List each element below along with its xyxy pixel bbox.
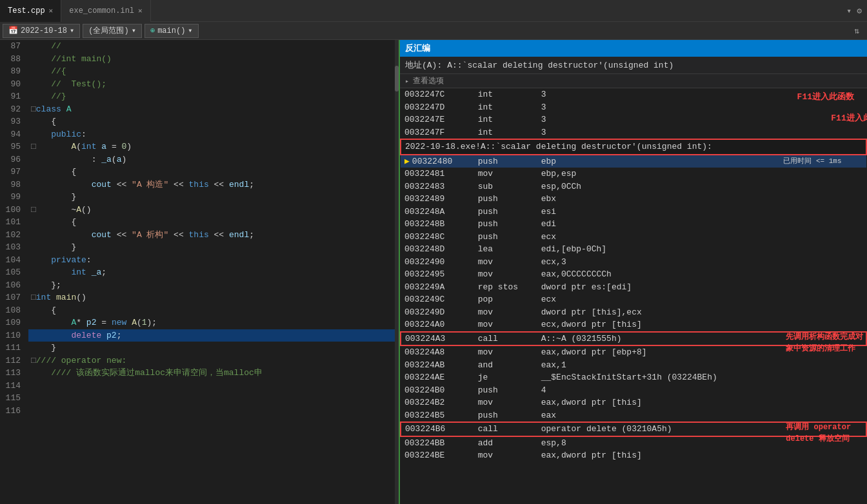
comment-0032247F: [779, 126, 866, 140]
toolbar-function-value: main(): [157, 26, 185, 35]
op-0032247E: 3: [537, 113, 780, 126]
tab-exe-common-label: exe_common.inl: [69, 6, 134, 15]
code-line-96: □ A(int a = 0): [28, 141, 395, 153]
code-line-88: //int main(): [28, 53, 395, 66]
mnem-00322480: push: [474, 155, 537, 168]
code-line-97: : _a(a): [28, 153, 395, 166]
code-line-91: //}: [28, 90, 395, 103]
code-line-103: cout << "A 析构" << this << endl;: [28, 229, 395, 242]
disasm-row-0032248B: 0032248B push edi: [401, 218, 866, 231]
code-line-116: //// 该函数实际通过malloc来申请空间，当malloc申: [28, 367, 395, 380]
disasm-row-00322489: 00322489 push ebx: [401, 193, 866, 206]
code-lines[interactable]: // //int main() //{ // Test(); //} □clas…: [26, 40, 395, 504]
code-line-109: □int main(): [28, 291, 395, 304]
code-line-112: delete p2;: [28, 329, 395, 342]
code-panel: 87 88 89 90 91 92 93 94 95 96 97 98 99 1…: [0, 40, 400, 504]
disasm-row-00322483: 00322483 sub esp,0CCh: [401, 180, 866, 193]
disasm-row-0032248C: 0032248C push ecx: [401, 231, 866, 244]
toolbar-date-chevron: ▾: [70, 26, 74, 35]
toolbar-date-value: 2022-10-18: [21, 26, 67, 35]
toolbar-right: ⇅: [849, 26, 864, 36]
disasm-row-003224AE: 003224AE je __$EncStackInitStart+31h (03…: [401, 371, 866, 384]
tab-bar: Test.cpp ✕ exe_common.inl ✕ ▾ ⚙: [0, 0, 867, 22]
toolbar-function[interactable]: ⊕ main() ▾: [144, 24, 199, 38]
toolbar-scope[interactable]: (全局范围) ▾: [83, 24, 142, 38]
toolbar-function-icon: ⊕: [150, 26, 155, 35]
comment-0032247E: F11进入此函数: [779, 113, 866, 126]
disasm-row-003224AB: 003224AB and eax,1: [401, 359, 866, 372]
code-line-106: int _a;: [28, 266, 395, 279]
tab-test-cpp-label: Test.cpp: [8, 6, 45, 15]
code-line-111: A* p2 = new A(1);: [28, 316, 395, 329]
main-content: 87 88 89 90 91 92 93 94 95 96 97 98 99 1…: [0, 40, 867, 504]
code-line-113: }: [28, 342, 395, 354]
disasm-row-003224B2: 003224B2 mov eax,dword ptr [this]: [401, 396, 866, 409]
view-options-chevron: ▸: [405, 77, 409, 85]
op-00322480: ebp: [537, 155, 780, 168]
toolbar-date[interactable]: 📅 2022-10-18 ▾: [3, 24, 80, 38]
code-line-93: □class A: [28, 103, 395, 116]
disasm-row-0032248A: 0032248A push esi: [401, 206, 866, 218]
tab-settings-icon[interactable]: ⚙: [857, 6, 862, 16]
addr-0032247E: 0032247E: [401, 113, 474, 126]
mnem-0032247E: int: [474, 113, 537, 126]
tab-test-cpp[interactable]: Test.cpp ✕: [0, 0, 61, 22]
code-line-107: };: [28, 279, 395, 292]
disasm-row-0032249A: 0032249A rep stos dword ptr es:[edi]: [401, 281, 866, 294]
disasm-row-0032247F: 0032247F int 3: [401, 126, 866, 140]
annotation-f11-text: F11进入此函数: [831, 112, 867, 125]
disasm-row-003224B6: 003224B6 call operator delete (03210A5h)…: [401, 422, 866, 436]
code-line-115: □//// operator new:: [28, 354, 395, 367]
toolbar-scope-chevron: ▾: [132, 26, 136, 35]
op-0032247F: 3: [537, 126, 780, 140]
disasm-body[interactable]: F11进入此函数 0032247C int 3 0032247D int 3: [400, 88, 867, 504]
annotation-operator-delete: 再调用 operatordelete 释放空间: [786, 422, 851, 445]
disasm-row-0032249D: 0032249D mov dword ptr [this],ecx: [401, 306, 866, 319]
scroll-indicator[interactable]: [395, 40, 399, 504]
disasm-row-003224A3: 003224A3 call A::~A (0321555h) 先调用析构函数完成…: [401, 332, 866, 346]
toolbar: 📅 2022-10-18 ▾ (全局范围) ▾ ⊕ main() ▾ ⇅: [0, 22, 867, 40]
disasm-fn-header: 2022-10-18.exe!A::`scalar deleting destr…: [401, 139, 866, 155]
code-line-102: {: [28, 216, 395, 229]
disasm-row-00322490: 00322490 mov ecx,3: [401, 256, 866, 269]
code-line-100: }: [28, 191, 395, 204]
disasm-row-00322495: 00322495 mov eax,0CCCCCCCCh: [401, 268, 866, 281]
disasm-row-00322481: 00322481 mov ebp,esp: [401, 168, 866, 180]
tab-exe-common[interactable]: exe_common.inl ✕: [61, 0, 150, 22]
scroll-thumb[interactable]: [395, 66, 399, 92]
toolbar-date-icon: 📅: [8, 26, 18, 35]
code-line-90: // Test();: [28, 78, 395, 91]
code-line-105: private:: [28, 254, 395, 267]
disasm-row-003224A0: 003224A0 mov ecx,dword ptr [this]: [401, 318, 866, 332]
code-line-87: //: [28, 40, 395, 53]
disasm-address-label: 地址(A):: [405, 59, 442, 71]
disasm-row-00322480[interactable]: ▶00322480 push ebp 已用时间 <= 1ms: [401, 155, 866, 168]
disasm-row-003224BE: 003224BE mov eax,dword ptr [this]: [401, 449, 866, 462]
addr-0032247C: 0032247C: [401, 88, 474, 101]
comment-00322480: 已用时间 <= 1ms: [779, 155, 866, 168]
code-line-89: //{: [28, 65, 395, 78]
disasm-row-0032247E: 0032247E int 3 F11进入此函数: [401, 113, 866, 126]
line-numbers: 87 88 89 90 91 92 93 94 95 96 97 98 99 1…: [0, 40, 26, 504]
disasm-row-0032248D: 0032248D lea edi,[ebp-0Ch]: [401, 243, 866, 256]
tab-controls: ▾ ⚙: [846, 6, 867, 16]
op-0032247D: 3: [537, 101, 780, 114]
addr-0032247F: 0032247F: [401, 126, 474, 140]
tab-dropdown-icon[interactable]: ▾: [846, 6, 852, 16]
disasm-table: 0032247C int 3 0032247D int 3 0032247E i…: [400, 88, 867, 462]
disasm-row-003224B0: 003224B0 push 4: [401, 384, 866, 397]
disasm-address-value[interactable]: A::`scalar deleting destructor'(unsigned…: [447, 61, 673, 70]
annotation-f11: F11进入此函数: [797, 91, 854, 102]
code-line-99: cout << "A 构造" << this << endl;: [28, 179, 395, 191]
toolbar-scope-value: (全局范围): [88, 25, 128, 36]
disasm-view-options[interactable]: ▸ 查看选项: [400, 74, 867, 88]
code-line-110: {: [28, 304, 395, 317]
toolbar-function-chevron: ▾: [188, 26, 192, 35]
code-line-101: □ ~A(): [28, 204, 395, 217]
toolbar-expand-icon[interactable]: ⇅: [849, 26, 864, 36]
tab-test-cpp-close[interactable]: ✕: [49, 6, 54, 15]
disasm-fn-header-text: 2022-10-18.exe!A::`scalar deleting destr…: [405, 142, 712, 151]
tab-exe-common-close[interactable]: ✕: [138, 6, 143, 15]
code-line-104: }: [28, 241, 395, 254]
disasm-title: 反汇编: [400, 40, 867, 57]
